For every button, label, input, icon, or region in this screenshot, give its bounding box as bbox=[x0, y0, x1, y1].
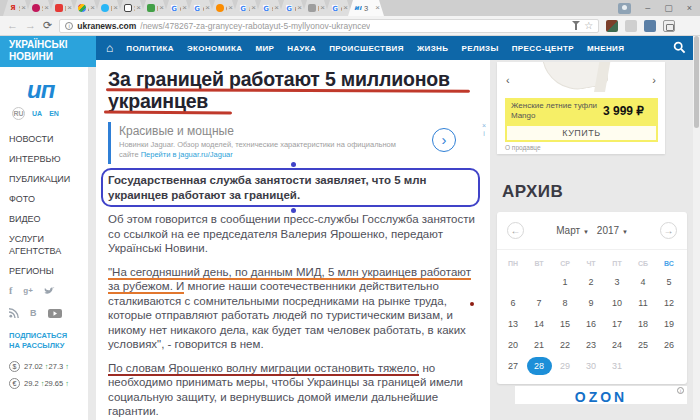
calendar-day[interactable]: 21 bbox=[526, 334, 552, 355]
tab-close-icon[interactable]: × bbox=[228, 4, 233, 12]
tab-close-icon[interactable]: × bbox=[136, 4, 141, 12]
ad-info-icon[interactable]: i bbox=[482, 130, 486, 138]
lang-ua[interactable]: UA bbox=[32, 110, 42, 117]
calendar-day[interactable]: 30 bbox=[578, 355, 604, 376]
browser-tab[interactable]: с× bbox=[187, 0, 214, 16]
calendar-day[interactable]: 27 bbox=[500, 355, 526, 376]
sidebar-item-публикации[interactable]: ПУБЛИКАЦИИ bbox=[9, 173, 73, 185]
tab-close-icon[interactable]: × bbox=[90, 4, 95, 12]
browser-tab[interactable]: с× bbox=[164, 0, 191, 16]
ad-info-icon[interactable]: i bbox=[677, 387, 684, 394]
calendar-day[interactable]: 10 bbox=[604, 292, 630, 313]
reload-button[interactable]: ⟳ bbox=[43, 20, 52, 31]
extension-icon[interactable] bbox=[625, 20, 637, 32]
google-plus-icon[interactable]: g+ bbox=[23, 286, 33, 295]
calendar-day[interactable]: 20 bbox=[500, 334, 526, 355]
tab-close-icon[interactable]: × bbox=[320, 4, 325, 12]
calendar-day[interactable]: 1 bbox=[552, 271, 578, 292]
sidebar-item-новости[interactable]: НОВОСТИ bbox=[9, 133, 73, 145]
nav-item-политика[interactable]: ПОЛИТИКА bbox=[126, 44, 174, 53]
calendar-day[interactable]: 23 bbox=[578, 334, 604, 355]
tab-close-icon[interactable]: × bbox=[44, 4, 49, 12]
calendar-day[interactable]: 22 bbox=[552, 334, 578, 355]
forward-button[interactable]: → bbox=[25, 20, 36, 31]
nav-item-мир[interactable]: МИР bbox=[255, 44, 274, 53]
calendar-next-button[interactable]: → bbox=[660, 222, 677, 239]
jaguar-ad[interactable]: Красивые и мощные Новинки Jaguar. Обзор … bbox=[108, 122, 478, 164]
nav-item-наука[interactable]: НАУКА bbox=[287, 44, 316, 53]
calendar-day[interactable]: 25 bbox=[630, 334, 656, 355]
calendar-day[interactable]: 7 bbox=[526, 292, 552, 313]
calendar-day[interactable]: 18 bbox=[630, 313, 656, 334]
browser-tab[interactable]: К× bbox=[141, 0, 168, 16]
site-brand[interactable]: УКРАЇНСЬКІ НОВИНИ bbox=[0, 36, 96, 67]
sidebar-item-услуги-агентства[interactable]: УСЛУГИ АГЕНТСТВА bbox=[9, 233, 73, 257]
ad-close-icon[interactable]: × bbox=[482, 122, 486, 130]
product-ad[interactable]: ‹ › Женские летние туфли Mango 3 999 ₽ К… bbox=[497, 62, 665, 154]
calendar-month-select[interactable]: Март ▼ bbox=[556, 225, 589, 236]
tab-close-icon[interactable]: × bbox=[274, 4, 279, 12]
extension-icon[interactable] bbox=[606, 20, 618, 32]
inline-link[interactable]: Перейти в jaguar.ru/Jaguar bbox=[141, 150, 233, 159]
ozon-ad[interactable]: OZON i bbox=[515, 386, 687, 404]
facebook-icon[interactable]: f bbox=[9, 285, 12, 296]
rss-icon[interactable] bbox=[9, 308, 19, 318]
close-window-button[interactable]: × bbox=[687, 0, 692, 16]
calendar-day[interactable]: 9 bbox=[578, 292, 604, 313]
browser-tab[interactable]: л× bbox=[233, 0, 260, 16]
vk-icon[interactable]: В bbox=[30, 308, 37, 318]
calendar-day[interactable]: 29 bbox=[552, 355, 578, 376]
calendar-day[interactable]: 16 bbox=[578, 313, 604, 334]
calendar-day[interactable]: 2 bbox=[578, 271, 604, 292]
minimize-button[interactable]: – bbox=[645, 0, 650, 16]
calendar-day[interactable]: 14 bbox=[526, 313, 552, 334]
nav-item-мнения[interactable]: МНЕНИЯ bbox=[587, 44, 624, 53]
calendar-day[interactable]: 8 bbox=[552, 292, 578, 313]
browser-tab[interactable]: З× bbox=[118, 0, 145, 16]
sidebar-item-фото[interactable]: ФОТО bbox=[9, 193, 73, 205]
camera-extension-icon[interactable] bbox=[663, 20, 675, 32]
twitter-icon[interactable] bbox=[44, 286, 55, 295]
ozon-logo[interactable]: OZON bbox=[515, 389, 687, 404]
filter-icon[interactable] bbox=[572, 21, 580, 30]
page-info-icon[interactable]: i bbox=[65, 22, 73, 30]
calendar-day[interactable]: 15 bbox=[552, 313, 578, 334]
ad-arrow-button[interactable]: › bbox=[432, 128, 456, 152]
tab-close-icon[interactable]: × bbox=[67, 4, 72, 12]
calendar-day[interactable]: 17 bbox=[604, 313, 630, 334]
calendar-day[interactable]: 6 bbox=[500, 292, 526, 313]
browser-tab[interactable]: Я× bbox=[3, 0, 30, 16]
extension-icon[interactable] bbox=[644, 20, 656, 32]
tab-close-icon[interactable]: × bbox=[159, 4, 164, 12]
tab-close-icon[interactable]: × bbox=[251, 4, 256, 12]
site-logo-icon[interactable]: ип bbox=[27, 76, 88, 104]
browser-tab[interactable]: А× bbox=[72, 0, 99, 16]
tab-close-icon[interactable]: × bbox=[21, 4, 26, 12]
subscribe-link[interactable]: ПОДПИСАТЬСЯ НА РАССЫЛКУ bbox=[9, 331, 88, 351]
carousel-prev-icon[interactable]: ‹ bbox=[506, 74, 510, 86]
calendar-year-select[interactable]: 2017 ▼ bbox=[597, 225, 628, 236]
calendar-day[interactable]: 28 bbox=[526, 355, 552, 376]
calendar-day[interactable]: 13 bbox=[500, 313, 526, 334]
nav-item-жизнь[interactable]: ЖИЗНЬ bbox=[417, 44, 449, 53]
tab-close-icon[interactable]: × bbox=[297, 4, 302, 12]
browser-tab[interactable]: В× bbox=[95, 0, 122, 16]
browser-tab[interactable]: Г× bbox=[49, 0, 76, 16]
youtube-icon[interactable] bbox=[48, 309, 62, 318]
lang-en[interactable]: EN bbox=[49, 110, 59, 117]
ad-title[interactable]: Красивые и мощные bbox=[119, 124, 478, 138]
calendar-day[interactable]: 3 bbox=[604, 271, 630, 292]
browser-tab[interactable]: с× bbox=[325, 0, 352, 16]
calendar-day[interactable]: 26 bbox=[656, 334, 682, 355]
nav-item-экономика[interactable]: ЭКОНОМИКА bbox=[187, 44, 242, 53]
scrollbar-thumb[interactable] bbox=[694, 36, 699, 128]
browser-tab[interactable]: З× bbox=[348, 0, 384, 16]
browser-tab[interactable]: я× bbox=[256, 0, 283, 16]
carousel-next-icon[interactable]: › bbox=[652, 74, 656, 86]
back-button[interactable]: ← bbox=[7, 20, 18, 31]
browser-tab[interactable]: к× bbox=[279, 0, 306, 16]
tab-close-icon[interactable]: × bbox=[182, 4, 187, 12]
lang-ru[interactable]: RU bbox=[12, 107, 25, 120]
buy-button[interactable]: КУПИТЬ bbox=[505, 124, 658, 142]
calendar-day[interactable]: 4 bbox=[630, 271, 656, 292]
